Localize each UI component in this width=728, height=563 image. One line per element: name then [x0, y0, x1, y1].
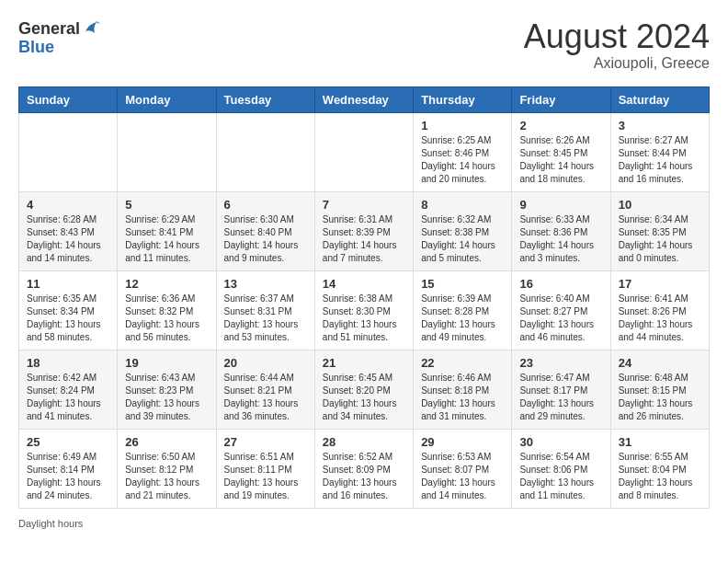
week-row-1: 1Sunrise: 6:25 AM Sunset: 8:46 PM Daylig…: [19, 112, 710, 191]
day-info: Sunrise: 6:48 AM Sunset: 8:15 PM Dayligh…: [619, 372, 701, 423]
day-info: Sunrise: 6:35 AM Sunset: 8:34 PM Dayligh…: [27, 293, 109, 344]
day-info: Sunrise: 6:51 AM Sunset: 8:11 PM Dayligh…: [224, 451, 307, 502]
empty-cell: [118, 112, 216, 191]
day-info: Sunrise: 6:52 AM Sunset: 8:09 PM Dayligh…: [323, 451, 405, 502]
day-number: 9: [519, 198, 602, 212]
day-number: 19: [125, 356, 208, 370]
day-cell-24: 24Sunrise: 6:48 AM Sunset: 8:15 PM Dayli…: [610, 350, 709, 429]
calendar-table: SundayMondayTuesdayWednesdayThursdayFrid…: [18, 86, 710, 509]
day-info: Sunrise: 6:55 AM Sunset: 8:04 PM Dayligh…: [619, 451, 701, 502]
logo-bird-icon: [82, 18, 102, 39]
day-number: 8: [421, 198, 504, 212]
day-cell-13: 13Sunrise: 6:37 AM Sunset: 8:31 PM Dayli…: [216, 270, 314, 350]
day-number: 1: [421, 119, 504, 132]
week-row-3: 11Sunrise: 6:35 AM Sunset: 8:34 PM Dayli…: [19, 270, 710, 350]
day-info: Sunrise: 6:32 AM Sunset: 8:38 PM Dayligh…: [421, 213, 504, 265]
day-number: 15: [421, 277, 504, 291]
day-info: Sunrise: 6:30 AM Sunset: 8:40 PM Dayligh…: [224, 213, 307, 265]
footer: Daylight hours: [18, 518, 710, 529]
day-cell-28: 28Sunrise: 6:52 AM Sunset: 8:09 PM Dayli…: [314, 429, 413, 508]
day-cell-15: 15Sunrise: 6:39 AM Sunset: 8:28 PM Dayli…: [414, 270, 512, 350]
day-cell-1: 1Sunrise: 6:25 AM Sunset: 8:46 PM Daylig…: [414, 112, 512, 191]
column-header-wednesday: Wednesday: [314, 86, 413, 112]
day-info: Sunrise: 6:41 AM Sunset: 8:26 PM Dayligh…: [619, 293, 701, 344]
column-header-monday: Monday: [118, 86, 216, 112]
page-header: General Blue August 2024 Axioupoli, Gree…: [18, 18, 710, 72]
day-info: Sunrise: 6:29 AM Sunset: 8:41 PM Dayligh…: [125, 213, 208, 265]
day-info: Sunrise: 6:40 AM Sunset: 8:27 PM Dayligh…: [519, 293, 602, 344]
day-number: 30: [519, 435, 602, 449]
day-cell-10: 10Sunrise: 6:34 AM Sunset: 8:35 PM Dayli…: [610, 191, 709, 270]
day-info: Sunrise: 6:47 AM Sunset: 8:17 PM Dayligh…: [519, 372, 602, 423]
empty-cell: [314, 112, 413, 191]
day-info: Sunrise: 6:53 AM Sunset: 8:07 PM Dayligh…: [421, 451, 504, 502]
day-cell-16: 16Sunrise: 6:40 AM Sunset: 8:27 PM Dayli…: [512, 270, 610, 350]
month-year-title: August 2024: [524, 18, 710, 55]
day-number: 14: [323, 277, 405, 291]
day-number: 5: [125, 198, 208, 212]
day-info: Sunrise: 6:42 AM Sunset: 8:24 PM Dayligh…: [27, 372, 109, 423]
day-info: Sunrise: 6:34 AM Sunset: 8:35 PM Dayligh…: [619, 213, 701, 265]
day-number: 23: [519, 356, 602, 370]
day-number: 22: [421, 356, 504, 370]
day-info: Sunrise: 6:36 AM Sunset: 8:32 PM Dayligh…: [125, 293, 208, 344]
day-cell-14: 14Sunrise: 6:38 AM Sunset: 8:30 PM Dayli…: [314, 270, 413, 350]
day-cell-30: 30Sunrise: 6:54 AM Sunset: 8:06 PM Dayli…: [512, 429, 610, 508]
day-cell-27: 27Sunrise: 6:51 AM Sunset: 8:11 PM Dayli…: [216, 429, 314, 508]
day-number: 18: [27, 356, 109, 370]
location-subtitle: Axioupoli, Greece: [524, 55, 710, 72]
day-cell-12: 12Sunrise: 6:36 AM Sunset: 8:32 PM Dayli…: [118, 270, 216, 350]
day-number: 10: [619, 198, 701, 212]
day-number: 12: [125, 277, 208, 291]
day-info: Sunrise: 6:46 AM Sunset: 8:18 PM Dayligh…: [421, 372, 504, 423]
day-number: 2: [519, 119, 602, 132]
day-info: Sunrise: 6:39 AM Sunset: 8:28 PM Dayligh…: [421, 293, 504, 344]
day-info: Sunrise: 6:27 AM Sunset: 8:44 PM Dayligh…: [619, 134, 701, 186]
day-cell-9: 9Sunrise: 6:33 AM Sunset: 8:36 PM Daylig…: [512, 191, 610, 270]
day-cell-31: 31Sunrise: 6:55 AM Sunset: 8:04 PM Dayli…: [610, 429, 709, 508]
day-number: 21: [323, 356, 405, 370]
day-cell-26: 26Sunrise: 6:50 AM Sunset: 8:12 PM Dayli…: [118, 429, 216, 508]
day-number: 28: [323, 435, 405, 449]
title-area: August 2024 Axioupoli, Greece: [524, 18, 710, 72]
week-row-4: 18Sunrise: 6:42 AM Sunset: 8:24 PM Dayli…: [19, 350, 710, 429]
calendar-header: SundayMondayTuesdayWednesdayThursdayFrid…: [19, 86, 710, 112]
day-cell-22: 22Sunrise: 6:46 AM Sunset: 8:18 PM Dayli…: [414, 350, 512, 429]
column-header-saturday: Saturday: [610, 86, 709, 112]
day-number: 4: [27, 198, 109, 212]
day-info: Sunrise: 6:44 AM Sunset: 8:21 PM Dayligh…: [224, 372, 307, 423]
day-info: Sunrise: 6:25 AM Sunset: 8:46 PM Dayligh…: [421, 134, 504, 186]
calendar-body: 1Sunrise: 6:25 AM Sunset: 8:46 PM Daylig…: [19, 112, 710, 508]
day-cell-21: 21Sunrise: 6:45 AM Sunset: 8:20 PM Dayli…: [314, 350, 413, 429]
day-cell-17: 17Sunrise: 6:41 AM Sunset: 8:26 PM Dayli…: [610, 270, 709, 350]
day-info: Sunrise: 6:28 AM Sunset: 8:43 PM Dayligh…: [27, 213, 109, 265]
day-cell-19: 19Sunrise: 6:43 AM Sunset: 8:23 PM Dayli…: [118, 350, 216, 429]
day-number: 13: [224, 277, 307, 291]
day-info: Sunrise: 6:26 AM Sunset: 8:45 PM Dayligh…: [519, 134, 602, 186]
day-cell-29: 29Sunrise: 6:53 AM Sunset: 8:07 PM Dayli…: [414, 429, 512, 508]
daylight-info: Daylight hours: [18, 518, 83, 529]
day-cell-6: 6Sunrise: 6:30 AM Sunset: 8:40 PM Daylig…: [216, 191, 314, 270]
day-number: 17: [619, 277, 701, 291]
day-cell-25: 25Sunrise: 6:49 AM Sunset: 8:14 PM Dayli…: [19, 429, 118, 508]
day-number: 27: [224, 435, 307, 449]
day-number: 11: [27, 277, 109, 291]
day-info: Sunrise: 6:33 AM Sunset: 8:36 PM Dayligh…: [519, 213, 602, 265]
logo-general-text: General: [18, 20, 80, 37]
day-info: Sunrise: 6:50 AM Sunset: 8:12 PM Dayligh…: [125, 451, 208, 502]
day-info: Sunrise: 6:54 AM Sunset: 8:06 PM Dayligh…: [519, 451, 602, 502]
days-of-week-row: SundayMondayTuesdayWednesdayThursdayFrid…: [19, 86, 710, 112]
day-cell-7: 7Sunrise: 6:31 AM Sunset: 8:39 PM Daylig…: [314, 191, 413, 270]
week-row-5: 25Sunrise: 6:49 AM Sunset: 8:14 PM Dayli…: [19, 429, 710, 508]
day-cell-18: 18Sunrise: 6:42 AM Sunset: 8:24 PM Dayli…: [19, 350, 118, 429]
day-number: 31: [619, 435, 701, 449]
column-header-thursday: Thursday: [414, 86, 512, 112]
day-info: Sunrise: 6:38 AM Sunset: 8:30 PM Dayligh…: [323, 293, 405, 344]
empty-cell: [216, 112, 314, 191]
day-number: 7: [323, 198, 405, 212]
week-row-2: 4Sunrise: 6:28 AM Sunset: 8:43 PM Daylig…: [19, 191, 710, 270]
day-number: 6: [224, 198, 307, 212]
day-cell-23: 23Sunrise: 6:47 AM Sunset: 8:17 PM Dayli…: [512, 350, 610, 429]
day-cell-8: 8Sunrise: 6:32 AM Sunset: 8:38 PM Daylig…: [414, 191, 512, 270]
day-info: Sunrise: 6:45 AM Sunset: 8:20 PM Dayligh…: [323, 372, 405, 423]
